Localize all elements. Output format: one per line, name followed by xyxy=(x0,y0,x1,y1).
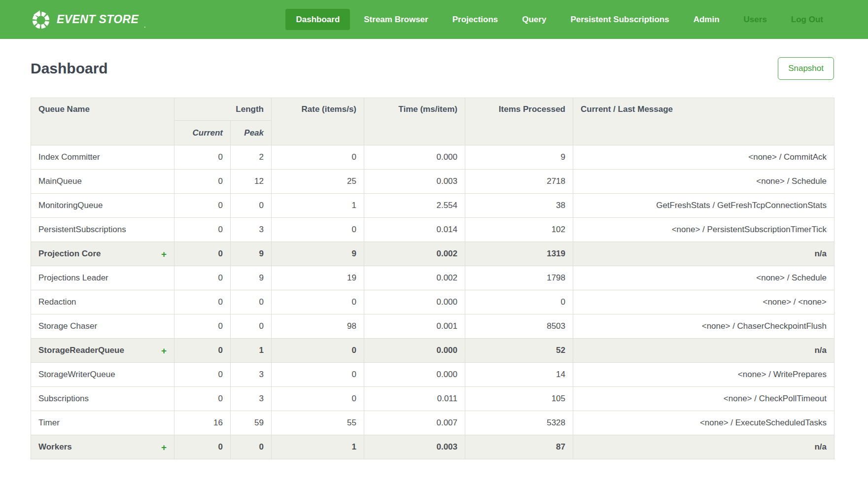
queue-rate: 19 xyxy=(272,266,364,290)
queue-items-processed: 105 xyxy=(465,387,573,411)
queue-name: Subscriptions xyxy=(38,394,89,404)
queue-length-peak: 3 xyxy=(231,387,272,411)
table-row: Projections Leader 0 9 19 0.002 1798 <no… xyxy=(31,266,834,290)
queue-time: 0.003 xyxy=(364,170,465,194)
expand-row-button[interactable]: + xyxy=(161,249,167,259)
queue-time: 2.554 xyxy=(364,194,465,218)
nav-item-stream-browser[interactable]: Stream Browser xyxy=(353,9,438,30)
queue-length-current: 0 xyxy=(174,435,231,459)
queue-rate: 0 xyxy=(272,339,364,363)
column-header-peak: Peak xyxy=(231,121,272,145)
queue-time: 0.002 xyxy=(364,242,465,266)
queue-items-processed: 2718 xyxy=(465,170,573,194)
queue-message: GetFreshStats / GetFreshTcpConnectionSta… xyxy=(573,194,834,218)
queues-table: Queue Name Length Rate (items/s) Time (m… xyxy=(31,98,834,459)
queue-name: Workers xyxy=(38,442,72,452)
queue-rate: 9 xyxy=(272,242,364,266)
queue-name: PersistentSubscriptions xyxy=(38,225,126,235)
nav-item-users[interactable]: Users xyxy=(733,9,777,30)
queue-length-current: 0 xyxy=(174,170,231,194)
queue-time: 0.003 xyxy=(364,435,465,459)
queue-length-current: 0 xyxy=(174,242,231,266)
queue-length-peak: 2 xyxy=(231,145,272,170)
queue-message: n/a xyxy=(573,339,834,363)
queue-items-processed: 14 xyxy=(465,363,573,387)
queue-message: <none> / ExecuteScheduledTasks xyxy=(573,411,834,435)
queue-items-processed: 52 xyxy=(465,339,573,363)
queue-length-peak: 9 xyxy=(231,242,272,266)
queue-message: <none> / Schedule xyxy=(573,170,834,194)
column-header-items-processed: Items Processed xyxy=(465,98,573,145)
nav-item-projections[interactable]: Projections xyxy=(442,9,509,30)
top-navbar: EVENT STORE . DashboardStream BrowserPro… xyxy=(0,0,868,39)
queue-length-peak: 9 xyxy=(231,266,272,290)
queue-items-processed: 0 xyxy=(465,290,573,314)
queue-items-processed: 5328 xyxy=(465,411,573,435)
queue-time: 0.000 xyxy=(364,145,465,170)
queue-length-current: 0 xyxy=(174,387,231,411)
table-row: Projection Core + 0 9 9 0.002 1319 n/a xyxy=(31,242,834,266)
queue-length-current: 0 xyxy=(174,339,231,363)
event-store-logo: EVENT STORE . xyxy=(31,9,145,30)
queue-rate: 98 xyxy=(272,314,364,339)
expand-row-button[interactable]: + xyxy=(161,346,167,355)
queue-name: Timer xyxy=(38,418,60,428)
queue-time: 0.001 xyxy=(364,314,465,339)
nav-item-dashboard[interactable]: Dashboard xyxy=(285,9,350,30)
queue-rate: 1 xyxy=(272,194,364,218)
queue-time: 0.007 xyxy=(364,411,465,435)
queue-length-peak: 0 xyxy=(231,194,272,218)
queue-message: <none> / CheckPollTimeout xyxy=(573,387,834,411)
queue-length-peak: 12 xyxy=(231,170,272,194)
table-row: MonitoringQueue 0 0 1 2.554 38 GetFreshS… xyxy=(31,194,834,218)
page-header: Dashboard Snapshot xyxy=(31,57,834,80)
queue-rate: 25 xyxy=(272,170,364,194)
column-header-current: Current xyxy=(174,121,231,145)
nav-item-persistent-subscriptions[interactable]: Persistent Subscriptions xyxy=(560,9,679,30)
nav-item-log-out[interactable]: Log Out xyxy=(781,9,833,30)
queue-time: 0.002 xyxy=(364,266,465,290)
queue-time: 0.000 xyxy=(364,363,465,387)
table-row: Storage Chaser 0 0 98 0.001 8503 <none> … xyxy=(31,314,834,339)
queue-message: <none> / PersistentSubscriptionTimerTick xyxy=(573,218,834,242)
column-header-message: Current / Last Message xyxy=(573,98,834,145)
table-row: Subscriptions 0 3 0 0.011 105 <none> / C… xyxy=(31,387,834,411)
queue-length-current: 0 xyxy=(174,145,231,170)
snapshot-button[interactable]: Snapshot xyxy=(778,57,834,80)
queue-time: 0.011 xyxy=(364,387,465,411)
queue-time: 0.014 xyxy=(364,218,465,242)
queue-length-peak: 3 xyxy=(231,363,272,387)
queue-name: Projection Core xyxy=(38,249,101,259)
table-row: Timer 16 59 55 0.007 5328 <none> / Execu… xyxy=(31,411,834,435)
queue-length-current: 0 xyxy=(174,218,231,242)
queue-length-current: 0 xyxy=(174,290,231,314)
queue-message: <none> / <none> xyxy=(573,290,834,314)
queue-length-peak: 0 xyxy=(231,314,272,339)
queue-message: <none> / CommitAck xyxy=(573,145,834,170)
table-row: MainQueue 0 12 25 0.003 2718 <none> / Sc… xyxy=(31,170,834,194)
queue-rate: 0 xyxy=(272,290,364,314)
queue-time: 0.000 xyxy=(364,339,465,363)
nav-item-admin[interactable]: Admin xyxy=(683,9,730,30)
queue-length-peak: 59 xyxy=(231,411,272,435)
queue-items-processed: 1798 xyxy=(465,266,573,290)
column-header-length: Length xyxy=(174,98,272,121)
column-header-queue-name: Queue Name xyxy=(31,98,174,145)
expand-row-button[interactable]: + xyxy=(161,443,167,452)
main-nav: DashboardStream BrowserProjectionsQueryP… xyxy=(285,9,833,30)
queue-items-processed: 8503 xyxy=(465,314,573,339)
brand-mark: . xyxy=(144,23,145,29)
queue-rate: 0 xyxy=(272,387,364,411)
queue-message: <none> / Schedule xyxy=(573,266,834,290)
queue-length-current: 0 xyxy=(174,194,231,218)
nav-item-query[interactable]: Query xyxy=(512,9,556,30)
queue-message: n/a xyxy=(573,435,834,459)
queue-rate: 0 xyxy=(272,145,364,170)
queue-length-current: 16 xyxy=(174,411,231,435)
page-title: Dashboard xyxy=(31,60,108,77)
queue-message: <none> / WritePrepares xyxy=(573,363,834,387)
queue-rate: 1 xyxy=(272,435,364,459)
queue-items-processed: 38 xyxy=(465,194,573,218)
queue-time: 0.000 xyxy=(364,290,465,314)
queue-rate: 55 xyxy=(272,411,364,435)
